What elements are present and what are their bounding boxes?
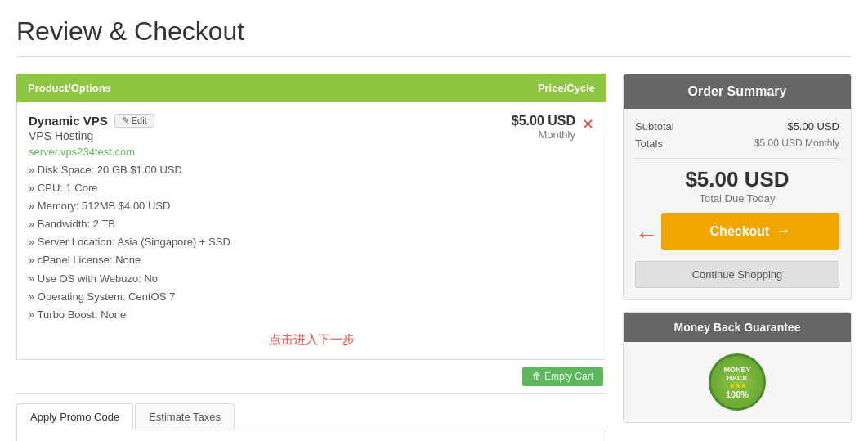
checkout-label: Checkout [710,224,770,239]
detail-item: Server Location: Asia (Singapore) + SSD [29,233,461,251]
money-back-body: MONEY BACK ★★★ 100% [624,342,851,422]
right-panel: Order Summary Subtotal $5.00 USD Totals … [623,74,852,441]
total-amount: $5.00 USD [635,167,839,192]
detail-item: Disk Space: 20 GB $1.00 USD [29,161,461,179]
product-name: Dynamic VPS ✎ Edit [29,114,461,128]
money-back-badge: MONEY BACK ★★★ 100% [709,353,766,411]
totals-row: Totals $5.00 USD Monthly [635,137,839,150]
promo-section: 🔒 Validate Code [16,430,606,441]
subtotal-label: Subtotal [635,120,674,133]
subtotal-row: Subtotal $5.00 USD [635,120,839,133]
detail-item: Turbo Boost: None [29,306,461,324]
money-back-section: Money Back Guarantee MONEY BACK ★★★ 100% [623,312,852,423]
hint-text: 点击进入下一步 [29,332,594,348]
tab-apply-promo[interactable]: Apply Promo Code [16,403,133,430]
table-header: Product/Options Price/Cycle [16,74,606,102]
product-details: Disk Space: 20 GB $1.00 USDCPU: 1 CoreMe… [29,161,461,324]
badge-stars: ★★★ [729,382,746,389]
col-product-header: Product/Options [28,82,481,94]
product-link[interactable]: server.vps234test.com [29,146,135,158]
product-row: Dynamic VPS ✎ Edit VPS Hosting server.vp… [16,102,606,360]
detail-item: cPanel License: None [29,251,461,269]
product-type: VPS Hosting [29,129,461,142]
detail-item: Operating System: CentOS 7 [29,288,461,306]
detail-item: CPU: 1 Core [29,179,461,197]
price-cycle: Monthly [461,128,575,141]
left-panel: Product/Options Price/Cycle Dynamic VPS … [16,74,606,441]
empty-cart-button[interactable]: 🗑 Empty Cart [522,367,603,386]
total-row: $5.00 USD Total Due Today [635,167,839,205]
checkout-button[interactable]: Checkout → [661,213,839,250]
summary-divider [635,158,839,159]
order-summary-body: Subtotal $5.00 USD Totals $5.00 USD Mont… [624,109,851,299]
order-summary-header: Order Summary [624,74,851,109]
totals-value: $5.00 USD Monthly [754,137,839,150]
arrow-indicator: ← Checkout → [635,213,839,256]
tab-estimate-taxes[interactable]: Estimate Taxes [135,403,235,430]
remove-button[interactable]: ✕ [582,115,594,133]
price-column: $5.00 USD Monthly [461,114,575,141]
detail-item: Bandwidth: 2 TB [29,215,461,233]
badge-line3: 100% [726,389,749,399]
product-info: Dynamic VPS ✎ Edit VPS Hosting server.vp… [29,114,461,324]
totals-label: Totals [635,137,663,150]
col-price-header: Price/Cycle [481,82,595,94]
detail-item: Memory: 512MB $4.00 USD [29,197,461,215]
page-title: Review & Checkout [16,16,852,57]
price-amount: $5.00 USD [461,114,575,128]
subtotal-value: $5.00 USD [787,120,839,133]
detail-item: Use OS with Webuzo: No [29,270,461,288]
money-back-header: Money Back Guarantee [624,313,851,342]
tabs-container: Apply Promo Code Estimate Taxes [16,403,606,430]
continue-shopping-button[interactable]: Continue Shopping [635,261,839,288]
order-summary: Order Summary Subtotal $5.00 USD Totals … [623,74,852,300]
empty-cart-row: 🗑 Empty Cart [16,360,606,394]
red-arrow-icon: ← [635,222,658,248]
badge-line1: MONEY [723,366,750,374]
edit-button[interactable]: ✎ Edit [114,114,154,128]
product-name-text: Dynamic VPS [29,114,108,128]
badge-line2: BACK [727,374,748,382]
total-label: Total Due Today [635,192,839,205]
checkout-arrow-icon: → [776,223,790,240]
